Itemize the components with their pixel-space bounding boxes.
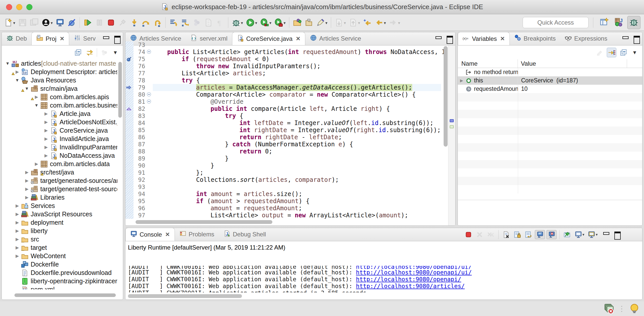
view-menu-button[interactable]: ▼: [631, 50, 639, 56]
tab-serv[interactable]: Serv: [69, 32, 100, 45]
code-line-90[interactable]: 90 }: [125, 162, 441, 169]
collapse-arrow-icon[interactable]: ▼: [4, 61, 11, 66]
overview-currentline-marker[interactable]: [450, 125, 454, 128]
editor-horizontal-scrollbar[interactable]: [136, 220, 272, 224]
console-link[interactable]: http://localhost:9080/articles/: [356, 283, 465, 289]
editor-vertical-scrollbar[interactable]: [444, 46, 448, 147]
tree-item-liberty-opentracing-zipkintracer[interactable]: liberty-opentracing-zipkintracer: [2, 277, 117, 285]
previous-annotation-button[interactable]: ▾: [347, 17, 362, 28]
close-tab-icon[interactable]: ✕: [165, 231, 170, 238]
annotation-gutter[interactable]: [125, 176, 134, 183]
tab-deb[interactable]: Deb: [2, 32, 31, 45]
scroll-lock-button[interactable]: [513, 230, 522, 239]
collapse-all-button[interactable]: [619, 48, 628, 57]
expand-arrow-icon[interactable]: ▶: [14, 253, 21, 259]
expand-arrow-icon[interactable]: ▶: [14, 245, 21, 250]
tree-item-deployment[interactable]: ▶ deployment: [2, 218, 117, 227]
tree-item-javascript-resources[interactable]: ▶ JavaScript Resources: [2, 210, 117, 218]
step-into-button[interactable]: [128, 17, 140, 28]
expand-arrow-icon[interactable]: ▶: [24, 195, 30, 200]
focus-on-active-task-button[interactable]: [100, 48, 109, 57]
tab-proj[interactable]: Proj ✕: [31, 32, 69, 45]
code-line-88[interactable]: 88 return 0;: [125, 148, 441, 155]
tree-item-com-ibm-articles-apis[interactable]: ▶ com.ibm.articles.apis: [2, 93, 117, 101]
code-line-73[interactable]: 73: [125, 41, 441, 48]
view-menu-button[interactable]: ▼: [111, 50, 119, 56]
annotation-gutter[interactable]: [125, 134, 134, 141]
show-on-stdout-button[interactable]: [535, 230, 545, 239]
expand-arrow-icon[interactable]: ▶: [14, 220, 21, 225]
account-button[interactable]: ▾: [40, 17, 54, 28]
code-line-93[interactable]: 93: [125, 183, 441, 190]
tab-breakpoints[interactable]: Breakpoints: [510, 32, 560, 45]
console-output[interactable]: [AUDIT ] CWWKT0016I: Web application ava…: [128, 266, 642, 292]
tree-item-invalidarticle-java[interactable]: ▶J InvalidArticle.java: [2, 135, 117, 143]
tree-item-libraries[interactable]: ▶ Libraries: [2, 193, 117, 202]
annotation-gutter[interactable]: [125, 198, 134, 205]
run-history-button[interactable]: [203, 17, 214, 28]
profile-button[interactable]: [191, 17, 203, 28]
tree-item-nodataaccess-java[interactable]: ▶J NoDataAccess.java: [2, 151, 117, 160]
tree-item-src-test-java[interactable]: ▶ src/test/java: [2, 168, 117, 177]
tree-item-liberty[interactable]: ▶ liberty: [2, 227, 117, 235]
suspend-button[interactable]: [93, 17, 105, 28]
code-line-84[interactable]: 84 int leftDate = Integer.valueOf(left.i…: [125, 119, 441, 127]
debug-perspective-button[interactable]: [627, 16, 640, 29]
minimized-views-error-icon[interactable]: [603, 303, 615, 315]
back-button[interactable]: ▾: [373, 17, 387, 28]
expand-arrow-icon[interactable]: ▶: [24, 170, 30, 175]
open-console-view-button[interactable]: [54, 17, 66, 28]
code-line-82[interactable]: 82 public int compare(Article left, Arti…: [125, 105, 441, 112]
fold-gutter[interactable]: [145, 48, 153, 56]
link-with-editor-button[interactable]: [85, 48, 94, 57]
zoom-window-button[interactable]: [26, 4, 32, 10]
minimize-view-button[interactable]: [435, 36, 442, 42]
save-button[interactable]: [17, 17, 28, 28]
expand-arrow-icon[interactable]: ▶: [24, 186, 30, 192]
save-all-button[interactable]: [28, 17, 40, 28]
display-selected-console-button[interactable]: ▾: [574, 230, 585, 239]
mark-occurrences-button[interactable]: ▾: [315, 17, 329, 28]
java-perspective-button[interactable]: J: [613, 16, 625, 29]
variable-row-no-method-return-value[interactable]: no method return value: [458, 68, 642, 76]
forward-button[interactable]: ▾: [387, 17, 402, 28]
expand-arrow-icon[interactable]: ▶: [43, 111, 49, 116]
tab-console[interactable]: Console ✕: [125, 228, 175, 241]
expand-arrow-icon[interactable]: ▶: [43, 136, 49, 142]
code-line-80[interactable]: 80 Comparator<Article> comparator = new …: [125, 91, 441, 98]
tree-item-article-java[interactable]: ▶J Article.java: [2, 110, 117, 118]
maximize-view-button[interactable]: [446, 36, 453, 42]
console-link[interactable]: http://localhost:9080/openapi/ui/: [356, 269, 472, 276]
code-line-86[interactable]: 86 return rightDate - leftDate;: [125, 134, 441, 141]
code-line-79[interactable]: 79 articles = DataAccessManager.getDataA…: [125, 84, 441, 91]
collapse-arrow-icon[interactable]: ▼: [14, 78, 21, 83]
coverage-button[interactable]: ▾: [259, 17, 273, 28]
code-line-87[interactable]: 87 } catch (NumberFormatException e) {: [125, 141, 441, 148]
expand-arrow-icon[interactable]: ▶: [33, 161, 40, 167]
close-tab-icon[interactable]: ✕: [500, 36, 505, 42]
expand-arrow-icon[interactable]: ▶: [43, 119, 49, 125]
tree-item-articles[interactable]: ▼MJ articles [cloud-native-starter maste: [2, 59, 117, 68]
expand-arrow-icon[interactable]: ▶: [14, 212, 21, 217]
code-editor[interactable]: 73 74 public List<Article> getArticles(i…: [125, 46, 455, 225]
code-line-91[interactable]: 91 };: [125, 169, 441, 176]
annotation-gutter[interactable]: [125, 169, 134, 176]
annotation-gutter[interactable]: [125, 63, 134, 70]
expand-arrow-icon[interactable]: ▶: [43, 153, 49, 158]
annotation-gutter[interactable]: [125, 77, 134, 84]
annotation-gutter[interactable]: [125, 148, 134, 155]
console-link[interactable]: http://localhost:9080/openapi/: [356, 276, 461, 283]
code-line-83[interactable]: 83 try {: [125, 112, 441, 119]
code-line-96[interactable]: 96 amount = requestedAmount;: [125, 205, 441, 212]
annotation-gutter[interactable]: [125, 41, 134, 48]
show-on-stderr-button[interactable]: [546, 230, 557, 239]
minimize-view-button[interactable]: [603, 232, 609, 238]
annotation-gutter[interactable]: [125, 141, 134, 148]
fold-gutter[interactable]: [145, 91, 153, 98]
tree-item-deployment-descriptor-articles[interactable]: ▶3.0 Deployment Descriptor: articles: [2, 68, 117, 76]
annotation-gutter[interactable]: [125, 105, 134, 112]
annotation-gutter[interactable]: [125, 162, 134, 169]
run-external-tools-button[interactable]: ▾: [273, 17, 287, 28]
tab-debug-shell[interactable]: J Debug Shell: [219, 228, 271, 241]
annotation-gutter[interactable]: [125, 48, 134, 56]
